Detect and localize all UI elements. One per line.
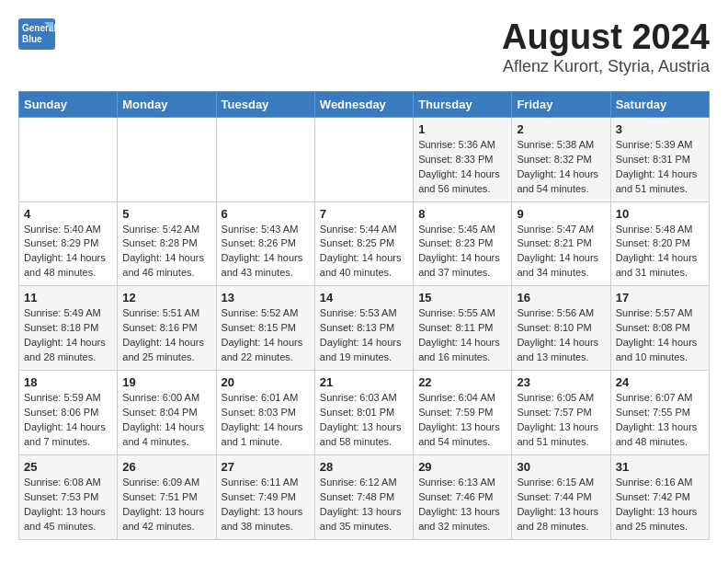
day-number: 29 — [418, 460, 506, 474]
calendar-cell: 30Sunrise: 6:15 AM Sunset: 7:44 PM Dayli… — [512, 454, 610, 539]
calendar-subtitle: Aflenz Kurort, Styria, Austria — [502, 57, 710, 76]
calendar-cell: 1Sunrise: 5:36 AM Sunset: 8:33 PM Daylig… — [414, 117, 512, 201]
calendar-cell: 13Sunrise: 5:52 AM Sunset: 8:15 PM Dayli… — [216, 286, 314, 371]
day-number: 14 — [320, 291, 408, 304]
calendar-cell: 3Sunrise: 5:39 AM Sunset: 8:31 PM Daylig… — [610, 117, 709, 201]
day-info: Sunrise: 5:59 AM Sunset: 8:06 PM Dayligh… — [24, 391, 112, 450]
day-info: Sunrise: 6:16 AM Sunset: 7:42 PM Dayligh… — [616, 476, 704, 534]
day-number: 21 — [320, 375, 408, 389]
calendar-cell: 23Sunrise: 6:05 AM Sunset: 7:57 PM Dayli… — [512, 371, 610, 455]
calendar-cell: 8Sunrise: 5:45 AM Sunset: 8:23 PM Daylig… — [414, 201, 512, 286]
day-number: 24 — [616, 375, 704, 389]
week-row-4: 18Sunrise: 5:59 AM Sunset: 8:06 PM Dayli… — [19, 371, 710, 455]
day-number: 13 — [222, 291, 310, 304]
logo: General Blue — [18, 18, 55, 50]
day-info: Sunrise: 6:07 AM Sunset: 7:55 PM Dayligh… — [616, 391, 704, 450]
day-info: Sunrise: 6:03 AM Sunset: 8:01 PM Dayligh… — [320, 391, 408, 450]
calendar-cell: 17Sunrise: 5:57 AM Sunset: 8:08 PM Dayli… — [610, 286, 709, 371]
calendar-cell: 22Sunrise: 6:04 AM Sunset: 7:59 PM Dayli… — [414, 371, 512, 455]
day-number: 25 — [24, 460, 112, 474]
day-number: 28 — [320, 460, 408, 474]
day-info: Sunrise: 5:57 AM Sunset: 8:08 PM Dayligh… — [616, 306, 704, 365]
calendar-cell: 6Sunrise: 5:43 AM Sunset: 8:26 PM Daylig… — [216, 201, 314, 286]
title-block: August 2024 Aflenz Kurort, Styria, Austr… — [502, 18, 710, 76]
week-row-2: 4Sunrise: 5:40 AM Sunset: 8:29 PM Daylig… — [19, 201, 710, 286]
column-header-monday: Monday — [118, 91, 216, 117]
calendar-cell — [314, 117, 413, 201]
day-info: Sunrise: 6:11 AM Sunset: 7:49 PM Dayligh… — [222, 476, 310, 534]
calendar-cell: 5Sunrise: 5:42 AM Sunset: 8:28 PM Daylig… — [118, 201, 216, 286]
day-info: Sunrise: 5:38 AM Sunset: 8:32 PM Dayligh… — [517, 138, 605, 197]
day-number: 19 — [122, 375, 210, 389]
day-number: 12 — [122, 291, 210, 304]
day-info: Sunrise: 5:49 AM Sunset: 8:18 PM Dayligh… — [24, 306, 112, 365]
calendar-cell — [118, 117, 216, 201]
calendar-cell: 4Sunrise: 5:40 AM Sunset: 8:29 PM Daylig… — [19, 201, 118, 286]
calendar-cell — [216, 117, 314, 201]
day-number: 17 — [616, 291, 704, 304]
week-row-1: 1Sunrise: 5:36 AM Sunset: 8:33 PM Daylig… — [19, 117, 710, 201]
day-info: Sunrise: 5:39 AM Sunset: 8:31 PM Dayligh… — [616, 138, 704, 197]
day-number: 10 — [616, 207, 704, 221]
day-info: Sunrise: 5:56 AM Sunset: 8:10 PM Dayligh… — [517, 306, 605, 365]
calendar-cell: 28Sunrise: 6:12 AM Sunset: 7:48 PM Dayli… — [314, 454, 413, 539]
day-number: 30 — [517, 460, 605, 474]
day-number: 15 — [418, 291, 506, 304]
day-info: Sunrise: 5:36 AM Sunset: 8:33 PM Dayligh… — [418, 138, 506, 197]
day-number: 20 — [222, 375, 310, 389]
day-info: Sunrise: 6:04 AM Sunset: 7:59 PM Dayligh… — [418, 391, 506, 450]
calendar-cell: 9Sunrise: 5:47 AM Sunset: 8:21 PM Daylig… — [512, 201, 610, 286]
day-info: Sunrise: 5:43 AM Sunset: 8:26 PM Dayligh… — [222, 223, 310, 282]
calendar-cell — [19, 117, 118, 201]
day-number: 1 — [418, 122, 506, 136]
day-info: Sunrise: 6:01 AM Sunset: 8:03 PM Dayligh… — [222, 391, 310, 450]
calendar-cell: 10Sunrise: 5:48 AM Sunset: 8:20 PM Dayli… — [610, 201, 709, 286]
day-info: Sunrise: 6:12 AM Sunset: 7:48 PM Dayligh… — [320, 476, 408, 534]
day-number: 7 — [320, 207, 408, 221]
calendar-cell: 16Sunrise: 5:56 AM Sunset: 8:10 PM Dayli… — [512, 286, 610, 371]
day-info: Sunrise: 5:42 AM Sunset: 8:28 PM Dayligh… — [122, 223, 210, 282]
week-row-3: 11Sunrise: 5:49 AM Sunset: 8:18 PM Dayli… — [19, 286, 710, 371]
day-number: 3 — [616, 122, 704, 136]
day-number: 31 — [616, 460, 704, 474]
calendar-cell: 19Sunrise: 6:00 AM Sunset: 8:04 PM Dayli… — [118, 371, 216, 455]
calendar-cell: 12Sunrise: 5:51 AM Sunset: 8:16 PM Dayli… — [118, 286, 216, 371]
calendar-cell: 11Sunrise: 5:49 AM Sunset: 8:18 PM Dayli… — [19, 286, 118, 371]
day-info: Sunrise: 6:05 AM Sunset: 7:57 PM Dayligh… — [517, 391, 605, 450]
calendar-cell: 29Sunrise: 6:13 AM Sunset: 7:46 PM Dayli… — [414, 454, 512, 539]
day-number: 6 — [222, 207, 310, 221]
day-info: Sunrise: 5:51 AM Sunset: 8:16 PM Dayligh… — [122, 306, 210, 365]
day-number: 11 — [24, 291, 112, 304]
logo-icon: General Blue — [18, 18, 55, 50]
calendar-title: August 2024 — [502, 18, 710, 57]
day-info: Sunrise: 6:15 AM Sunset: 7:44 PM Dayligh… — [517, 476, 605, 534]
column-header-sunday: Sunday — [19, 91, 118, 117]
calendar-cell: 15Sunrise: 5:55 AM Sunset: 8:11 PM Dayli… — [414, 286, 512, 371]
day-info: Sunrise: 6:00 AM Sunset: 8:04 PM Dayligh… — [122, 391, 210, 450]
calendar-cell: 14Sunrise: 5:53 AM Sunset: 8:13 PM Dayli… — [314, 286, 413, 371]
calendar-cell: 18Sunrise: 5:59 AM Sunset: 8:06 PM Dayli… — [19, 371, 118, 455]
calendar-cell: 2Sunrise: 5:38 AM Sunset: 8:32 PM Daylig… — [512, 117, 610, 201]
day-info: Sunrise: 5:45 AM Sunset: 8:23 PM Dayligh… — [418, 223, 506, 282]
calendar-cell: 25Sunrise: 6:08 AM Sunset: 7:53 PM Dayli… — [19, 454, 118, 539]
day-number: 4 — [24, 207, 112, 221]
day-info: Sunrise: 5:47 AM Sunset: 8:21 PM Dayligh… — [517, 223, 605, 282]
column-header-tuesday: Tuesday — [216, 91, 314, 117]
day-info: Sunrise: 5:55 AM Sunset: 8:11 PM Dayligh… — [418, 306, 506, 365]
calendar-table: SundayMondayTuesdayWednesdayThursdayFrid… — [18, 91, 710, 540]
day-number: 8 — [418, 207, 506, 221]
calendar-cell: 7Sunrise: 5:44 AM Sunset: 8:25 PM Daylig… — [314, 201, 413, 286]
day-number: 2 — [517, 122, 605, 136]
day-info: Sunrise: 5:52 AM Sunset: 8:15 PM Dayligh… — [222, 306, 310, 365]
column-header-friday: Friday — [512, 91, 610, 117]
column-header-thursday: Thursday — [414, 91, 512, 117]
day-info: Sunrise: 5:53 AM Sunset: 8:13 PM Dayligh… — [320, 306, 408, 365]
week-row-5: 25Sunrise: 6:08 AM Sunset: 7:53 PM Dayli… — [19, 454, 710, 539]
calendar-cell: 26Sunrise: 6:09 AM Sunset: 7:51 PM Dayli… — [118, 454, 216, 539]
day-info: Sunrise: 6:13 AM Sunset: 7:46 PM Dayligh… — [418, 476, 506, 534]
calendar-header-row: SundayMondayTuesdayWednesdayThursdayFrid… — [19, 91, 710, 117]
day-number: 5 — [122, 207, 210, 221]
day-info: Sunrise: 5:44 AM Sunset: 8:25 PM Dayligh… — [320, 223, 408, 282]
column-header-saturday: Saturday — [610, 91, 709, 117]
day-number: 9 — [517, 207, 605, 221]
